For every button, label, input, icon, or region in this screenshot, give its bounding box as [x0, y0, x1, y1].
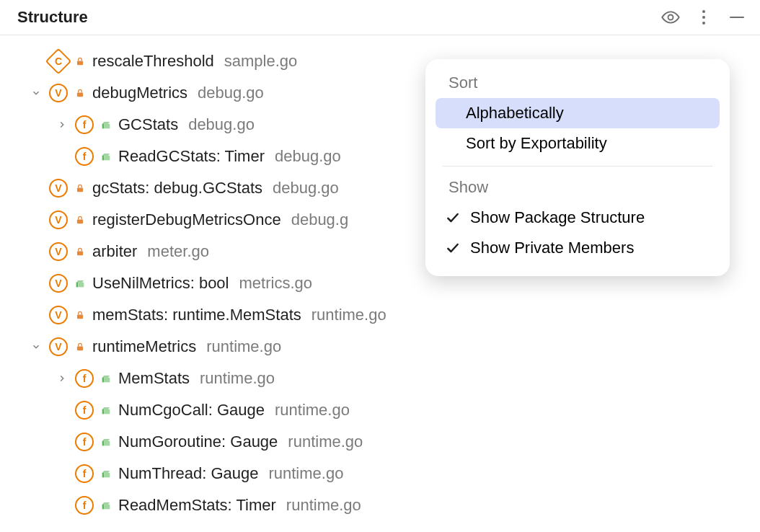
- show-option[interactable]: Show Private Members: [436, 233, 720, 263]
- tree-item-label: GCStats: [118, 115, 178, 134]
- svg-point-2: [702, 16, 705, 19]
- popup-sort-title: Sort: [436, 72, 720, 98]
- tree-item-file: runtime.go: [206, 337, 281, 356]
- kind-c-icon: C: [49, 52, 68, 71]
- kind-v-icon: V: [49, 274, 68, 293]
- sort-options-popup: Sort AlphabeticallySort by Exportability…: [425, 59, 730, 276]
- svg-point-0: [668, 15, 673, 20]
- kind-v-icon: V: [49, 84, 68, 102]
- more-icon[interactable]: [694, 7, 714, 27]
- tree-item-file: sample.go: [224, 52, 298, 71]
- package-icon: [100, 372, 112, 385]
- package-icon: [100, 404, 112, 417]
- tree-item-label: arbiter: [92, 242, 137, 261]
- tree-item-label: debugMetrics: [92, 84, 187, 102]
- sort-option-label: Sort by Exportability: [466, 134, 607, 153]
- header-actions: [660, 7, 747, 27]
- kind-v-icon: V: [49, 242, 68, 261]
- tree-item-file: runtime.go: [286, 496, 361, 515]
- tree-item-label: NumCgoCall: Gauge: [118, 401, 265, 420]
- kind-v-icon: V: [49, 210, 68, 229]
- kind-f-icon: f: [75, 433, 94, 451]
- lock-icon: [74, 87, 87, 99]
- tree-item-label: ReadGCStats: Timer: [118, 147, 265, 166]
- tree-row[interactable]: fNumThread: Gaugeruntime.go: [9, 458, 751, 489]
- lock-icon: [74, 245, 87, 258]
- tree-item-file: runtime.go: [200, 369, 275, 388]
- popup-show-title: Show: [436, 177, 720, 203]
- tree-item-label: registerDebugMetricsOnce: [92, 210, 281, 229]
- package-icon: [74, 277, 87, 290]
- tree-item-file: runtime.go: [311, 306, 386, 324]
- package-icon: [100, 499, 112, 512]
- tree-item-label: NumGoroutine: Gauge: [118, 433, 278, 451]
- check-icon: [444, 210, 461, 225]
- tree-item-file: debug.go: [275, 147, 341, 166]
- tree-item-file: runtime.go: [268, 464, 343, 483]
- sort-option[interactable]: Sort by Exportability: [436, 128, 720, 159]
- tree-item-label: NumThread: Gauge: [118, 464, 258, 483]
- tree-item-file: debug.go: [188, 115, 255, 134]
- chevron-down-icon[interactable]: [29, 342, 43, 352]
- tree-item-file: debug.go: [198, 84, 264, 102]
- tree-item-file: runtime.go: [275, 401, 350, 420]
- lock-icon: [74, 55, 87, 68]
- tree-row[interactable]: fNumGoroutine: Gaugeruntime.go: [9, 426, 751, 458]
- svg-rect-4: [77, 61, 83, 65]
- svg-rect-5: [77, 92, 83, 97]
- tree-row[interactable]: VmemStats: runtime.MemStatsruntime.go: [9, 299, 751, 331]
- svg-point-3: [702, 22, 705, 25]
- kind-f-icon: f: [75, 496, 94, 515]
- lock-icon: [74, 309, 87, 322]
- svg-rect-9: [77, 314, 83, 319]
- svg-point-1: [702, 10, 705, 13]
- kind-f-icon: f: [75, 369, 94, 388]
- show-option[interactable]: Show Package Structure: [436, 203, 720, 233]
- tree-item-label: gcStats: debug.GCStats: [92, 179, 262, 198]
- structure-panel-header: Structure: [0, 0, 760, 35]
- tree-item-file: metrics.go: [239, 274, 312, 293]
- tree-row[interactable]: VruntimeMetricsruntime.go: [9, 331, 751, 363]
- chevron-right-icon[interactable]: [55, 120, 69, 130]
- tree-item-label: memStats: runtime.MemStats: [92, 306, 301, 324]
- visibility-icon[interactable]: [660, 7, 681, 27]
- chevron-down-icon[interactable]: [29, 88, 43, 98]
- tree-row[interactable]: fNumCgoCall: Gaugeruntime.go: [9, 394, 751, 426]
- lock-icon: [74, 340, 87, 353]
- tree-item-file: runtime.go: [288, 433, 363, 451]
- kind-f-icon: f: [75, 115, 94, 134]
- svg-rect-7: [77, 219, 83, 223]
- minimize-button[interactable]: [727, 7, 747, 27]
- sort-option-label: Alphabetically: [466, 104, 564, 123]
- kind-v-icon: V: [49, 337, 68, 356]
- tree-item-label: MemStats: [118, 369, 190, 388]
- svg-rect-6: [77, 187, 83, 192]
- tree-row[interactable]: fMemStatsruntime.go: [9, 363, 751, 394]
- chevron-right-icon[interactable]: [55, 373, 69, 384]
- check-icon: [444, 241, 461, 255]
- svg-rect-8: [77, 251, 83, 255]
- tree-item-label: ReadMemStats: Timer: [118, 496, 276, 515]
- tree-item-file: debug.g: [291, 210, 349, 229]
- kind-v-icon: V: [49, 306, 68, 324]
- kind-f-icon: f: [75, 464, 94, 483]
- show-option-label: Show Package Structure: [470, 208, 645, 227]
- tree-item-label: runtimeMetrics: [92, 337, 196, 356]
- svg-rect-10: [77, 346, 83, 350]
- show-option-label: Show Private Members: [470, 239, 634, 257]
- tree-item-file: meter.go: [147, 242, 209, 261]
- tree-item-label: rescaleThreshold: [92, 52, 214, 71]
- kind-f-icon: f: [75, 147, 94, 166]
- kind-v-icon: V: [49, 179, 68, 198]
- package-icon: [100, 150, 112, 163]
- package-icon: [100, 118, 112, 131]
- kind-f-icon: f: [75, 401, 94, 420]
- tree-row[interactable]: fReadMemStats: Timerruntime.go: [9, 489, 751, 521]
- lock-icon: [74, 182, 87, 195]
- panel-title: Structure: [17, 8, 88, 27]
- package-icon: [100, 435, 112, 448]
- sort-option[interactable]: Alphabetically: [436, 98, 720, 128]
- popup-separator: [443, 166, 712, 167]
- lock-icon: [74, 213, 87, 226]
- package-icon: [100, 467, 112, 480]
